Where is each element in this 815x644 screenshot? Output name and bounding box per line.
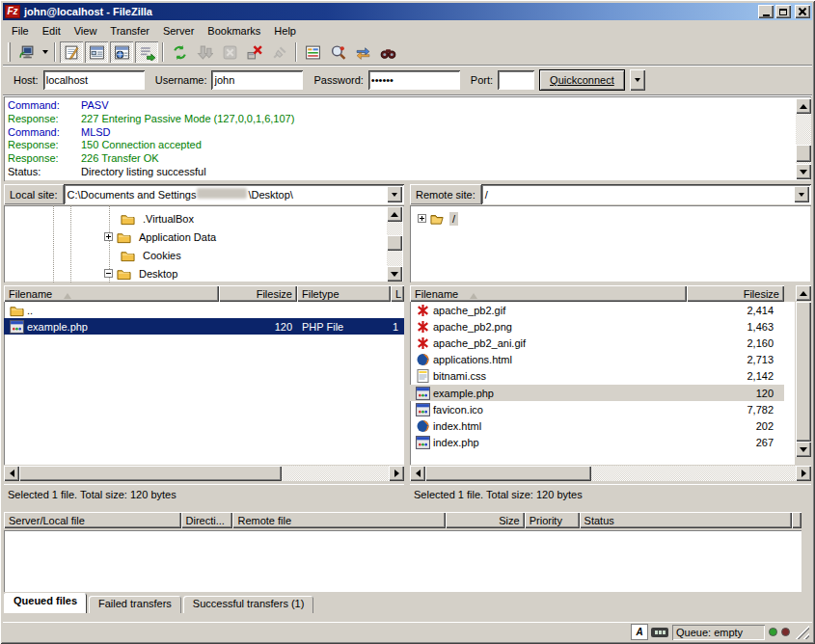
local-list-scroll-right-button[interactable] (389, 466, 404, 481)
column-status[interactable]: Status (580, 512, 792, 528)
minimize-button[interactable] (758, 5, 774, 18)
username-input[interactable] (211, 70, 303, 90)
tree-item-desktop[interactable]: Desktop (104, 264, 180, 282)
file-row[interactable]: bitnami.css 2,142 (410, 368, 784, 385)
host-label: Host: (14, 74, 39, 86)
local-file-list[interactable]: .. example.php 120 PHP File 1 (4, 302, 404, 465)
process-queue-button[interactable] (193, 41, 216, 63)
toolbar-separator (295, 42, 297, 62)
file-row-example-php[interactable]: example.php 120 (410, 385, 784, 401)
file-row[interactable]: index.php 267 (410, 435, 784, 451)
synchronized-browsing-button[interactable] (351, 41, 374, 63)
column-filesize[interactable]: Filesize (687, 285, 784, 302)
toggle-message-log-button[interactable] (60, 41, 83, 63)
toggle-local-tree-button[interactable] (85, 41, 108, 63)
queue-list[interactable] (4, 530, 801, 592)
directory-comparison-icon (330, 44, 346, 61)
message-log[interactable]: Command:PASV Response:227 Entering Passi… (4, 96, 811, 181)
directory-comparison-button[interactable] (326, 41, 349, 63)
column-remote-file[interactable]: Remote file (232, 512, 445, 528)
tree-item-virtualbox[interactable]: .VirtualBox (120, 209, 197, 228)
maximize-button[interactable] (775, 5, 791, 18)
remote-site-dropdown[interactable] (794, 186, 809, 202)
remote-list-scroll-left-button[interactable] (410, 466, 425, 481)
remote-site-path: / (485, 189, 488, 201)
tab-failed-transfers[interactable]: Failed transfers (89, 596, 181, 613)
remote-list-scrollbar-thumb[interactable] (796, 302, 811, 442)
tree-item-root[interactable]: / (418, 209, 458, 228)
column-filename[interactable]: Filename (4, 285, 219, 302)
file-row[interactable]: apache_pb2_ani.gif 2,160 (410, 335, 784, 351)
remote-list-scroll-right-button[interactable] (796, 466, 811, 481)
file-row[interactable]: index.html 202 (410, 417, 784, 434)
local-tree-scroll-down-button[interactable] (387, 266, 402, 282)
remote-file-list[interactable]: apache_pb2.gif 2,414 apache_pb2.png 1,46… (410, 302, 784, 465)
filter-button[interactable] (301, 41, 324, 63)
tab-successful-transfers[interactable]: Successful transfers (1) (183, 596, 314, 613)
log-scroll-down-button[interactable] (796, 164, 811, 179)
reconnect-button[interactable] (268, 41, 291, 63)
file-row-example-php[interactable]: example.php 120 PHP File 1 (4, 318, 404, 335)
local-list-scroll-left-button[interactable] (4, 466, 19, 481)
file-row[interactable]: applications.html 2,713 (410, 352, 784, 368)
expand-icon[interactable] (418, 214, 426, 223)
quickconnect-button[interactable]: Quickconnect (539, 69, 625, 91)
quickconnect-dropdown[interactable] (630, 69, 645, 91)
password-input[interactable] (368, 70, 460, 90)
log-scroll-up-button[interactable] (796, 98, 811, 114)
titlebar[interactable]: Fz john@localhost - FileZilla (3, 3, 812, 20)
expand-icon[interactable] (104, 232, 113, 241)
remote-list-scroll-down-button[interactable] (796, 442, 811, 457)
close-button[interactable] (795, 5, 810, 18)
refresh-button[interactable] (168, 41, 191, 63)
menu-edit[interactable]: Edit (36, 23, 68, 39)
remote-site-combobox[interactable]: / (481, 184, 811, 204)
file-row-parent[interactable]: .. (4, 302, 404, 318)
local-site-dropdown[interactable] (387, 186, 402, 202)
site-manager-dropdown[interactable] (39, 41, 51, 63)
disconnect-button[interactable] (243, 41, 266, 63)
tree-item-cookies[interactable]: Cookies (120, 246, 184, 264)
local-list-hscrollbar-thumb[interactable] (19, 466, 282, 481)
file-row[interactable]: favicon.ico 7,782 (410, 401, 784, 417)
column-filesize[interactable]: Filesize (219, 285, 297, 302)
find-files-button[interactable] (376, 41, 399, 63)
toggle-remote-tree-button[interactable] (110, 41, 133, 63)
remote-list-hscrollbar-thumb[interactable] (425, 466, 591, 481)
site-manager-button[interactable] (14, 41, 38, 63)
column-priority[interactable]: Priority (525, 512, 580, 528)
tree-item-application-data[interactable]: Application Data (104, 228, 219, 246)
toolbar (3, 40, 812, 66)
local-site-combobox[interactable]: C:\Documents and Settings\Desktop\ (64, 184, 404, 204)
local-tree-scrollbar-thumb[interactable] (387, 235, 402, 251)
collapse-icon[interactable] (104, 269, 113, 278)
column-server-local-file[interactable]: Server/Local file (4, 512, 181, 528)
column-lastmodified[interactable]: L (391, 285, 404, 302)
menu-transfer[interactable]: Transfer (103, 23, 156, 39)
column-filename[interactable]: Filename (410, 285, 687, 302)
toggle-queue-button[interactable] (135, 41, 158, 63)
column-size[interactable]: Size (446, 512, 525, 528)
column-filetype[interactable]: Filetype (297, 285, 391, 302)
file-row[interactable]: apache_pb2.png 1,463 (410, 318, 784, 335)
port-input[interactable] (498, 70, 534, 90)
menu-server[interactable]: Server (156, 23, 201, 39)
remote-list-scroll-up-button[interactable] (796, 285, 811, 301)
menu-help[interactable]: Help (267, 23, 303, 39)
speed-limit-icon[interactable] (651, 628, 668, 637)
file-row[interactable]: apache_pb2.gif 2,414 (410, 302, 784, 318)
local-tree-scroll-up-button[interactable] (387, 206, 402, 222)
remote-directory-tree[interactable]: / (410, 205, 811, 282)
resize-grip[interactable] (796, 626, 809, 639)
log-scrollbar-thumb[interactable] (796, 145, 811, 162)
open-folder-icon (429, 211, 445, 226)
transfer-type-ascii-icon[interactable]: A (632, 625, 647, 639)
tab-queued-files[interactable]: Queued files (4, 593, 87, 613)
local-directory-tree[interactable]: .VirtualBox Application Data Cookies Des… (4, 205, 404, 282)
menu-file[interactable]: File (5, 23, 36, 39)
menu-view[interactable]: View (68, 23, 104, 39)
cancel-operation-button[interactable] (218, 41, 241, 63)
host-input[interactable] (43, 70, 145, 90)
menu-bookmarks[interactable]: Bookmarks (201, 23, 267, 39)
column-direction[interactable]: Directi... (181, 512, 233, 528)
